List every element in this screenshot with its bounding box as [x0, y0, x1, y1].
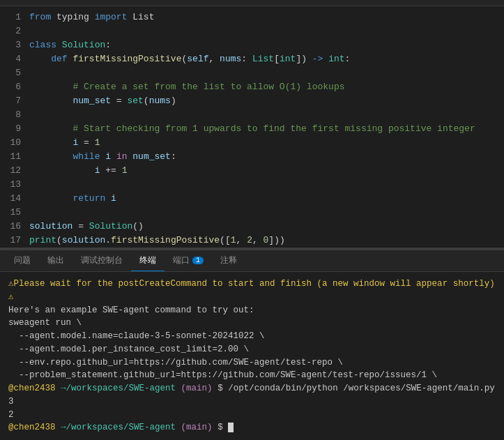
code-line: # Create a set from the list to allow O(…: [29, 80, 504, 94]
code-line: print(solution.firstMissingPositive([1, …: [29, 234, 504, 248]
code-line: [29, 24, 504, 38]
terminal-line: sweagent run \: [8, 317, 496, 330]
code-lines: from typing import List class Solution: …: [29, 10, 504, 248]
code-line: [29, 66, 504, 80]
code-line: num_set = set(nums): [29, 94, 504, 108]
code-line: [29, 108, 504, 122]
panel-tab-终端[interactable]: 终端: [131, 250, 165, 271]
panel-tab-注释[interactable]: 注释: [212, 250, 245, 271]
tab-badge: 1: [192, 257, 204, 264]
terminal-line: --agent.model.name=claude-3-5-sonnet-202…: [8, 330, 496, 343]
code-line: i += 1: [29, 164, 504, 178]
terminal-panel: 问题输出调试控制台终端端口1注释 ⚠️Please wait for the p…: [0, 250, 504, 440]
terminal-content[interactable]: ⚠️Please wait for the postCreateCommand …: [0, 272, 504, 440]
terminal-output: 2: [8, 409, 496, 422]
terminal-prompt-2: @chen2438 →/workspaces/SWE-agent (main) …: [8, 421, 496, 434]
code-line: from typing import List: [29, 10, 504, 24]
terminal-line: Here's an example SWE-agent command to t…: [8, 304, 496, 317]
panel-tab-问题[interactable]: 问题: [6, 250, 39, 271]
terminal-line: --agent.model.per_instance_cost_limit=2.…: [8, 343, 496, 356]
code-line: # Start checking from 1 upwards to find …: [29, 122, 504, 136]
code-editor[interactable]: 123456789101112131415161718 from typing …: [0, 6, 504, 248]
panel-tab-输出[interactable]: 输出: [39, 250, 72, 271]
terminal-line: ⚠️Please wait for the postCreateCommand …: [8, 278, 496, 304]
breadcrumb: [0, 0, 504, 6]
code-line: while i in num_set:: [29, 150, 504, 164]
terminal-line: --env.repo.github_url=https://github.com…: [8, 356, 496, 370]
panel-tab-端口[interactable]: 端口1: [165, 250, 212, 271]
code-line: [29, 206, 504, 220]
line-numbers: 123456789101112131415161718: [0, 10, 29, 248]
code-line: [29, 178, 504, 192]
terminal-output: 3: [8, 395, 496, 409]
code-line: class Solution:: [29, 38, 504, 52]
code-line: def firstMissingPositive(self, nums: Lis…: [29, 52, 504, 66]
panel-tab-调试控制台[interactable]: 调试控制台: [72, 250, 131, 271]
terminal-line: --problem_statement.github_url=https://g…: [8, 369, 496, 382]
terminal-prompt-1: @chen2438 →/workspaces/SWE-agent (main) …: [8, 382, 496, 395]
code-line: return i: [29, 192, 504, 206]
panel-tabs: 问题输出调试控制台终端端口1注释: [0, 250, 504, 272]
code-line: i = 1: [29, 136, 504, 150]
code-line: solution = Solution(): [29, 220, 504, 234]
